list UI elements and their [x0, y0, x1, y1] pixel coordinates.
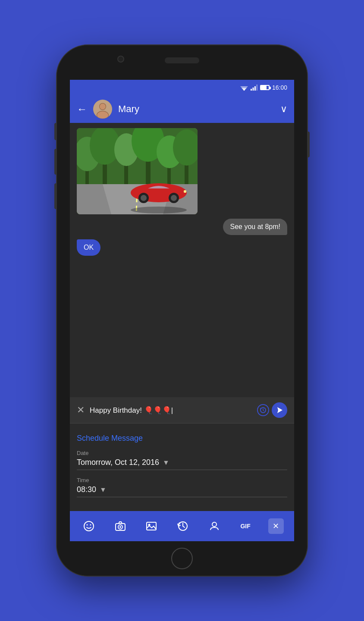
svg-point-46	[212, 522, 217, 527]
schedule-message-icon[interactable]	[257, 404, 269, 416]
camera-icon	[115, 521, 126, 532]
contact-button[interactable]	[206, 518, 223, 535]
compose-send-area	[257, 402, 287, 418]
header-dropdown[interactable]: ∨	[280, 104, 287, 115]
date-label: Date	[77, 450, 287, 456]
power-button[interactable]	[307, 132, 310, 157]
compose-clear-button[interactable]: ✕	[77, 405, 85, 416]
camera-button[interactable]	[112, 518, 129, 535]
svg-marker-36	[277, 407, 282, 413]
send-button[interactable]	[272, 402, 287, 418]
volume-down-button[interactable]	[54, 149, 57, 175]
svg-point-39	[90, 524, 91, 526]
camera-lens	[117, 56, 124, 63]
send-icon	[276, 406, 283, 414]
svg-rect-6	[254, 86, 256, 91]
avatar-image	[93, 100, 112, 119]
app-header: ← Mary ∨	[70, 95, 294, 123]
time-dropdown-icon[interactable]: ▼	[100, 486, 107, 494]
svg-point-30	[141, 195, 147, 201]
svg-rect-4	[251, 89, 252, 91]
image-icon	[146, 521, 157, 532]
battery-icon	[260, 85, 270, 90]
close-toolbar-button[interactable]: ✕	[268, 518, 284, 534]
time-value: 08:30	[77, 485, 96, 494]
svg-rect-7	[256, 85, 257, 91]
date-value-row[interactable]: Tomorrow, Oct 12, 2016 ▼	[77, 458, 287, 470]
silent-switch[interactable]	[54, 183, 57, 209]
time-label: Time	[77, 477, 287, 483]
svg-point-11	[100, 104, 106, 110]
phone-top	[57, 45, 307, 80]
back-button[interactable]: ←	[77, 103, 87, 115]
schedule-panel: Schedule Message Date Tomorrow, Oct 12, …	[70, 427, 294, 511]
svg-point-32	[171, 195, 177, 201]
chat-area: See you at 8pm! OK	[70, 123, 294, 397]
status-icons: 16:00	[240, 84, 287, 91]
emoji-button[interactable]	[80, 518, 97, 535]
svg-rect-33	[184, 190, 186, 193]
clock-icon	[177, 521, 188, 532]
date-dropdown-icon[interactable]: ▼	[163, 459, 169, 467]
time-value-row[interactable]: 08:30 ▼	[77, 485, 287, 497]
compose-input[interactable]: Happy Birthday! 🎈🎈🎈|	[90, 406, 252, 415]
car-image	[77, 128, 198, 214]
signal-icon	[251, 85, 257, 91]
date-value: Tomorrow, Oct 12, 2016	[77, 458, 159, 467]
svg-point-37	[84, 521, 94, 531]
phone-bottom	[57, 541, 307, 576]
contact-avatar[interactable]	[93, 100, 112, 119]
date-field: Date Tomorrow, Oct 12, 2016 ▼	[77, 450, 287, 470]
emoji-icon	[83, 521, 94, 532]
svg-rect-43	[147, 522, 156, 530]
bottom-toolbar: GIF ✕	[70, 511, 294, 541]
volume-up-button[interactable]	[54, 123, 57, 140]
incoming-message-text: OK	[84, 244, 94, 251]
person-icon	[209, 521, 220, 532]
status-time: 16:00	[272, 84, 287, 91]
gif-label: GIF	[240, 523, 250, 530]
incoming-message: OK	[77, 239, 100, 256]
compose-area: ✕ Happy Birthday! 🎈🎈🎈|	[70, 397, 294, 423]
clock-history-icon	[260, 407, 267, 414]
close-toolbar-icon: ✕	[273, 521, 279, 531]
schedule-title: Schedule Message	[77, 434, 287, 443]
svg-point-34	[131, 207, 187, 213]
phone-screen: 16:00 ← Mary ∨	[70, 80, 294, 541]
divider	[70, 423, 294, 423]
clock-button[interactable]	[174, 518, 191, 535]
status-bar: 16:00	[70, 80, 294, 95]
image-button[interactable]	[143, 518, 160, 535]
home-button[interactable]	[171, 548, 193, 569]
phone-speaker	[165, 57, 199, 63]
time-field: Time 08:30 ▼	[77, 477, 287, 497]
svg-point-38	[87, 524, 88, 526]
wifi-icon	[240, 85, 248, 91]
svg-point-42	[119, 526, 121, 528]
contact-name: Mary	[118, 104, 274, 115]
outgoing-message: See you at 8pm!	[223, 219, 287, 235]
image-message[interactable]	[77, 128, 198, 214]
outgoing-message-text: See you at 8pm!	[230, 223, 280, 230]
gif-button[interactable]: GIF	[237, 518, 254, 535]
svg-rect-5	[252, 88, 254, 91]
